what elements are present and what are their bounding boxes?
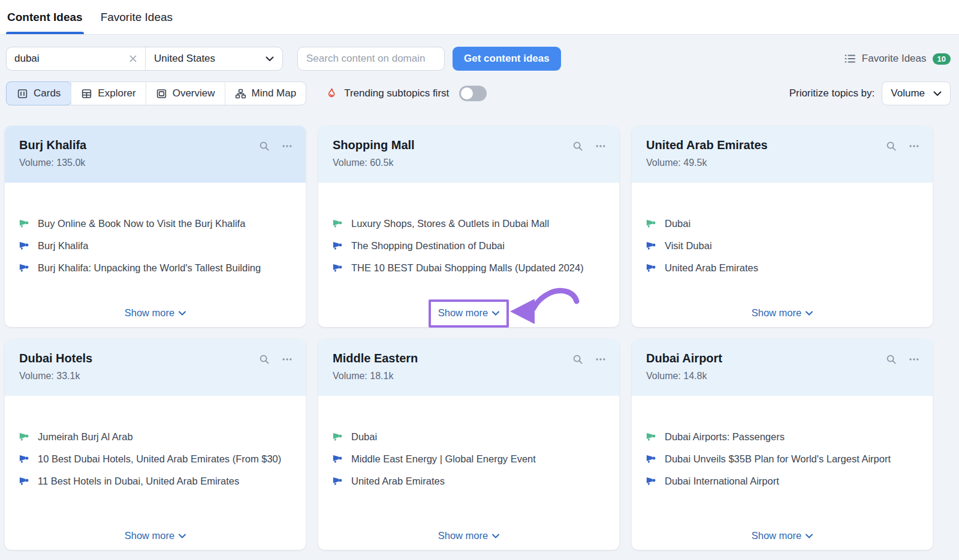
chevron-down-icon — [266, 56, 274, 62]
list-item[interactable]: Burj Khalifa: Unpacking the World's Tall… — [19, 261, 291, 275]
search-icon[interactable] — [259, 354, 270, 365]
view-tab-overview[interactable]: Overview — [146, 82, 225, 105]
card-header[interactable]: Dubai Airport Volume: 14.8k — [632, 339, 933, 396]
megaphone-icon — [646, 240, 656, 250]
item-text: Buy Online & Book Now to Visit the Burj … — [38, 216, 245, 231]
clear-search-icon[interactable] — [128, 47, 145, 70]
card-title: Dubai Hotels — [19, 352, 291, 365]
megaphone-icon — [333, 240, 343, 250]
list-item[interactable]: Dubai Unveils $35B Plan for World's Larg… — [646, 452, 918, 466]
search-input[interactable] — [7, 47, 128, 70]
trending-toggle[interactable] — [459, 86, 487, 101]
card-header[interactable]: Shopping Mall Volume: 60.5k — [318, 126, 619, 183]
trending-label: Trending subtopics first — [344, 87, 449, 99]
overview-icon — [156, 88, 167, 99]
show-more-button[interactable]: Show more — [752, 529, 813, 543]
chevron-down-icon — [179, 311, 186, 316]
card-body: Luxury Shops, Stores & Outlets in Dubai … — [318, 183, 619, 327]
cards-icon — [17, 88, 28, 99]
show-more-label: Show more — [438, 307, 488, 319]
search-icon[interactable] — [886, 354, 897, 365]
list-item[interactable]: Jumeirah Burj Al Arab — [19, 429, 291, 444]
search-icon[interactable] — [886, 141, 897, 152]
megaphone-icon — [19, 218, 29, 228]
view-tab-mind-map[interactable]: Mind Map — [225, 82, 306, 105]
prioritize-group: Prioritize topics by: Volume — [789, 81, 951, 105]
card-header[interactable]: Dubai Hotels Volume: 33.1k — [5, 339, 306, 396]
list-item[interactable]: Dubai — [333, 429, 605, 444]
list-item[interactable]: Middle East Energy | Global Energy Event — [333, 452, 605, 466]
view-tab-explorer[interactable]: Explorer — [71, 82, 145, 105]
list-item[interactable]: 11 Best Hotels in Dubai, United Arab Emi… — [19, 474, 291, 488]
annotated-show-more: Show more — [438, 306, 499, 320]
card-header[interactable]: Middle Eastern Volume: 18.1k — [318, 339, 619, 396]
more-options-icon[interactable] — [909, 354, 919, 365]
search-icon[interactable] — [572, 141, 583, 152]
country-value: United States — [154, 53, 215, 65]
list-item[interactable]: United Arab Emirates — [333, 474, 605, 488]
list-item[interactable]: Visit Dubai — [646, 238, 918, 253]
card-body: Dubai Middle East Energy | Global Energy… — [318, 396, 619, 550]
show-more-button[interactable]: Show more — [125, 306, 186, 320]
card-volume: Volume: 135.0k — [19, 158, 291, 168]
tab-content-ideas[interactable]: Content Ideas — [6, 0, 84, 34]
megaphone-icon — [646, 218, 656, 228]
more-options-icon[interactable] — [282, 354, 292, 365]
item-text: Dubai Unveils $35B Plan for World's Larg… — [665, 452, 891, 466]
megaphone-icon — [333, 218, 343, 228]
more-options-icon[interactable] — [595, 354, 606, 365]
topic-card-united-arab-emirates: United Arab Emirates Volume: 49.5k Dubai… — [632, 126, 933, 327]
card-body: Dubai Airports: Passengers Dubai Unveils… — [632, 396, 933, 550]
topic-card-burj-khalifa: Burj Khalifa Volume: 135.0k Buy Online &… — [5, 126, 306, 327]
prioritize-label: Prioritize topics by: — [789, 87, 875, 99]
view-tab-cards[interactable]: Cards — [6, 81, 71, 105]
megaphone-icon — [646, 262, 656, 273]
card-title: Middle Eastern — [333, 352, 605, 365]
favorite-ideas-label: Favorite Ideas — [862, 53, 927, 65]
topic-card-middle-eastern: Middle Eastern Volume: 18.1k Dubai Middl… — [318, 339, 619, 550]
megaphone-icon — [19, 240, 29, 250]
list-item[interactable]: 10 Best Dubai Hotels, United Arab Emirat… — [19, 452, 291, 466]
list-item[interactable]: THE 10 BEST Dubai Shopping Malls (Update… — [333, 261, 605, 275]
domain-search-input[interactable] — [297, 47, 445, 71]
list-item[interactable]: Buy Online & Book Now to Visit the Burj … — [19, 216, 291, 231]
search-icon[interactable] — [572, 354, 583, 365]
list-item[interactable]: Burj Khalifa — [19, 238, 291, 253]
topic-cards-grid: Burj Khalifa Volume: 135.0k Buy Online &… — [0, 126, 959, 550]
item-text: Dubai — [351, 429, 377, 444]
favorite-ideas-link[interactable]: Favorite Ideas 10 — [844, 53, 951, 65]
more-options-icon[interactable] — [909, 141, 919, 152]
card-header[interactable]: Burj Khalifa Volume: 135.0k — [5, 126, 306, 183]
list-item[interactable]: The Shopping Destination of Dubai — [333, 238, 605, 253]
list-item[interactable]: Dubai Airports: Passengers — [646, 429, 918, 444]
list-item[interactable]: Dubai — [646, 216, 918, 231]
card-body: Buy Online & Book Now to Visit the Burj … — [5, 183, 306, 327]
item-text: 10 Best Dubai Hotels, United Arab Emirat… — [38, 452, 281, 466]
megaphone-icon — [646, 431, 656, 441]
search-combo: United States — [6, 47, 283, 71]
table-icon — [81, 88, 92, 99]
more-options-icon[interactable] — [282, 141, 292, 152]
show-more-button[interactable]: Show more — [438, 306, 499, 320]
view-tab-label: Cards — [34, 87, 61, 99]
prioritize-select[interactable]: Volume — [882, 81, 951, 105]
card-header[interactable]: United Arab Emirates Volume: 49.5k — [632, 126, 933, 183]
item-text: United Arab Emirates — [351, 474, 445, 488]
get-content-ideas-button[interactable]: Get content ideas — [453, 47, 561, 71]
list-item[interactable]: Luxury Shops, Stores & Outlets in Dubai … — [333, 216, 605, 231]
chevron-down-icon — [933, 91, 942, 96]
megaphone-icon — [19, 262, 29, 273]
list-item[interactable]: Dubai International Airport — [646, 474, 918, 488]
country-select[interactable]: United States — [146, 47, 282, 70]
megaphone-icon — [333, 453, 343, 464]
show-more-button[interactable]: Show more — [438, 529, 499, 543]
megaphone-icon — [646, 453, 656, 464]
topic-card-dubai-hotels: Dubai Hotels Volume: 33.1k Jumeirah Burj… — [5, 339, 306, 550]
search-icon[interactable] — [259, 141, 270, 152]
list-item[interactable]: United Arab Emirates — [646, 261, 918, 275]
toggle-knob — [461, 87, 473, 99]
show-more-button[interactable]: Show more — [125, 529, 186, 543]
more-options-icon[interactable] — [595, 141, 606, 152]
show-more-button[interactable]: Show more — [752, 306, 813, 320]
tab-favorite-ideas[interactable]: Favorite Ideas — [99, 0, 174, 34]
